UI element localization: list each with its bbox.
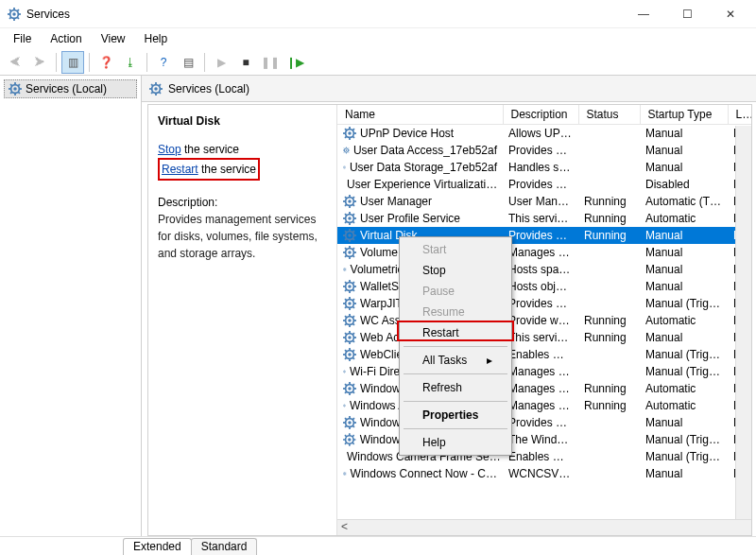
ctx-stop[interactable]: Stop (402, 260, 509, 281)
service-row[interactable]: User Experience Virtualizati…Provides su… (337, 176, 751, 193)
tab-standard[interactable]: Standard (191, 538, 258, 555)
ctx-pause: Pause (402, 281, 509, 302)
row-description: Provides su… (503, 176, 578, 193)
tree-root-label: Services (Local) (26, 82, 107, 95)
row-status (578, 414, 640, 431)
gear-icon (343, 314, 356, 327)
row-startup: Manual (640, 414, 728, 431)
row-status: Running (578, 210, 640, 227)
row-status (578, 159, 640, 176)
pause-service-button[interactable]: ❚❚ (259, 51, 282, 74)
restart-icon: ❙▶ (286, 56, 304, 69)
pane-title: Services (Local) (168, 82, 249, 95)
row-status (578, 295, 640, 312)
app-icon (8, 8, 21, 21)
ctx-properties[interactable]: Properties (402, 405, 509, 425)
properties-icon: ▤ (183, 56, 194, 69)
row-status: Running (578, 329, 640, 346)
col-name[interactable]: Name (337, 105, 503, 125)
stop-service-link[interactable]: Stop (158, 143, 181, 156)
gear-icon (343, 467, 347, 480)
minimize-button[interactable]: — (622, 0, 665, 28)
close-button[interactable]: ✕ (709, 0, 752, 28)
menu-action[interactable]: Action (43, 30, 89, 47)
tab-extended[interactable]: Extended (123, 538, 192, 555)
gear-icon (149, 82, 163, 95)
description-text: Provides management services for disks, … (158, 211, 327, 262)
col-status[interactable]: Status (578, 105, 640, 125)
row-startup: Manual (640, 465, 728, 482)
stop-service-button[interactable]: ■ (234, 51, 257, 74)
ctx-refresh[interactable]: Refresh (402, 377, 509, 398)
gear-icon (343, 127, 356, 140)
menu-bar: File Action View Help (0, 28, 756, 49)
row-startup: Manual (640, 125, 728, 143)
service-row[interactable]: User Data Access_17eb52afProvides ap…Man… (337, 142, 751, 159)
row-status: Running (578, 193, 640, 210)
refresh-button[interactable]: ? (152, 51, 175, 74)
export-button[interactable]: ⭳ (119, 51, 142, 74)
row-startup: Manual (640, 227, 728, 244)
vertical-scrollbar[interactable] (735, 126, 751, 535)
row-status (578, 176, 640, 193)
col-logon[interactable]: Log On As (728, 105, 751, 125)
stop-icon: ■ (242, 56, 249, 69)
row-description: Provides m… (503, 227, 578, 244)
row-description: Manages au… (503, 380, 578, 397)
nav-forward-button[interactable]: ⮞ (28, 51, 51, 74)
restart-service-button[interactable]: ❙▶ (284, 51, 306, 74)
row-description: Manages an… (503, 244, 578, 261)
restart-service-link[interactable]: Restart (162, 163, 198, 176)
start-service-button[interactable]: ▶ (210, 51, 232, 74)
gear-icon (343, 297, 356, 310)
ctx-restart[interactable]: Restart (402, 322, 509, 343)
window-title: Services (26, 8, 70, 21)
pause-icon: ❚❚ (261, 56, 280, 69)
gear-icon (343, 348, 356, 361)
row-description: Provides ap… (503, 142, 578, 159)
gear-icon (343, 399, 346, 412)
service-row[interactable]: User ManagerUser Manag…RunningAutomatic … (337, 193, 751, 210)
properties-button[interactable]: ▤ (177, 51, 199, 74)
play-icon: ▶ (217, 56, 226, 69)
service-row[interactable]: User Profile ServiceThis service …Runnin… (337, 210, 751, 227)
show-hide-tree-button[interactable]: ▥ (61, 51, 84, 74)
col-startup[interactable]: Startup Type (640, 105, 728, 125)
row-startup: Manual (Trig… (640, 295, 728, 312)
row-startup: Automatic (640, 380, 728, 397)
submenu-arrow-icon: ▸ (487, 354, 492, 367)
service-row[interactable]: Windows Connect Now - C…WCNCSVC …ManualL… (337, 465, 751, 482)
gear-icon (343, 246, 356, 259)
row-status (578, 448, 640, 465)
service-row[interactable]: UPnP Device HostAllows UPn…ManualLoca (337, 125, 751, 143)
col-description[interactable]: Description (503, 105, 578, 125)
gear-icon (343, 331, 356, 344)
menu-view[interactable]: View (94, 30, 133, 47)
menu-file[interactable]: File (6, 30, 39, 47)
ctx-help[interactable]: Help (402, 432, 509, 453)
gear-icon (343, 433, 356, 446)
tree-root-services-local[interactable]: Services (Local) (4, 79, 137, 98)
row-startup: Manual (Trig… (640, 363, 728, 380)
row-description: WCNCSVC … (503, 465, 578, 482)
maximize-button[interactable]: ☐ (665, 0, 709, 28)
row-startup: Automatic (640, 312, 728, 329)
gear-icon (9, 82, 22, 95)
horizontal-scrollbar[interactable]: < (337, 519, 751, 535)
service-context-menu: Start Stop Pause Resume Restart All Task… (399, 236, 512, 456)
menu-help[interactable]: Help (137, 30, 176, 47)
ctx-all-tasks[interactable]: All Tasks▸ (402, 350, 509, 371)
gear-icon (343, 382, 356, 395)
ctx-sep (404, 373, 507, 374)
service-row[interactable]: User Data Storage_17eb52afHandles sto…Ma… (337, 159, 751, 176)
nav-back-button[interactable]: ⮜ (4, 51, 26, 74)
row-startup: Manual (640, 278, 728, 295)
row-description: Provide ware … (503, 312, 578, 329)
row-description: This service … (503, 329, 578, 346)
row-startup: Automatic (640, 397, 728, 414)
help-button[interactable]: ❓ (94, 51, 117, 74)
gear-icon (343, 195, 356, 208)
ctx-sep (404, 401, 507, 402)
row-status (578, 346, 640, 363)
row-description: Enables Win… (503, 346, 578, 363)
